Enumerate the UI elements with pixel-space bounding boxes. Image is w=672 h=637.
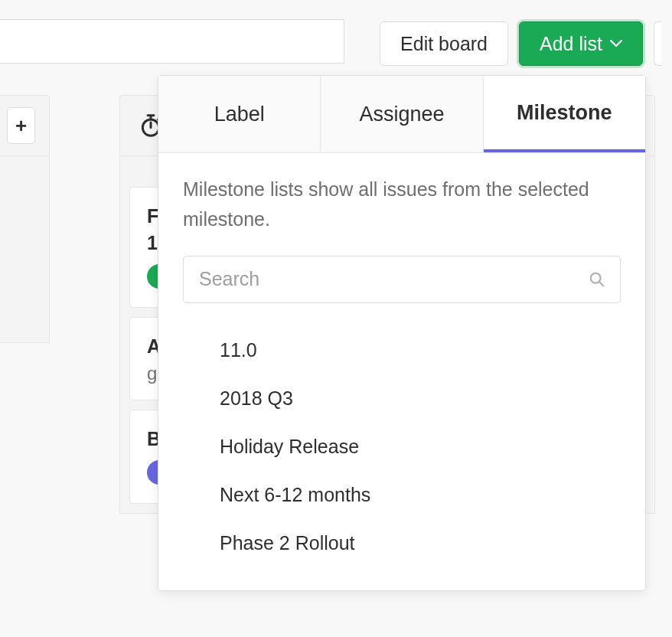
- tab-milestone[interactable]: Milestone: [484, 76, 645, 152]
- tab-assignee[interactable]: Assignee: [321, 76, 483, 152]
- filter-bar[interactable]: [0, 19, 344, 64]
- edit-board-button[interactable]: Edit board: [380, 21, 508, 66]
- search-icon: [589, 271, 605, 288]
- milestone-search-input[interactable]: [183, 256, 621, 303]
- milestone-option[interactable]: Holiday Release: [183, 423, 621, 471]
- chevron-down-icon: [610, 40, 622, 47]
- milestone-option[interactable]: Phase 2 Rollout: [183, 519, 621, 567]
- milestone-option[interactable]: Next 6-12 months: [183, 471, 621, 519]
- milestone-options: 11.0 2018 Q3 Holiday Release Next 6-12 m…: [183, 326, 621, 567]
- list-type-tabs: Label Assignee Milestone: [158, 76, 645, 153]
- add-card-button[interactable]: +: [7, 107, 35, 144]
- dropdown-body: Milestone lists show all issues from the…: [158, 153, 645, 590]
- tab-label[interactable]: Label: [158, 76, 321, 152]
- toolbar-overflow-stub: [654, 21, 661, 66]
- add-list-button[interactable]: Add list: [519, 21, 643, 66]
- board-column-a: +: [0, 95, 50, 343]
- add-list-dropdown: Label Assignee Milestone Milestone lists…: [158, 75, 646, 591]
- column-body: [0, 156, 50, 343]
- column-header: +: [0, 95, 50, 156]
- top-toolbar: Edit board Add list: [0, 0, 672, 87]
- milestone-search-wrap: [183, 256, 621, 303]
- add-list-label: Add list: [540, 33, 602, 55]
- milestone-option[interactable]: 2018 Q3: [183, 374, 621, 423]
- dropdown-description: Milestone lists show all issues from the…: [183, 175, 621, 234]
- milestone-option[interactable]: 11.0: [183, 326, 621, 374]
